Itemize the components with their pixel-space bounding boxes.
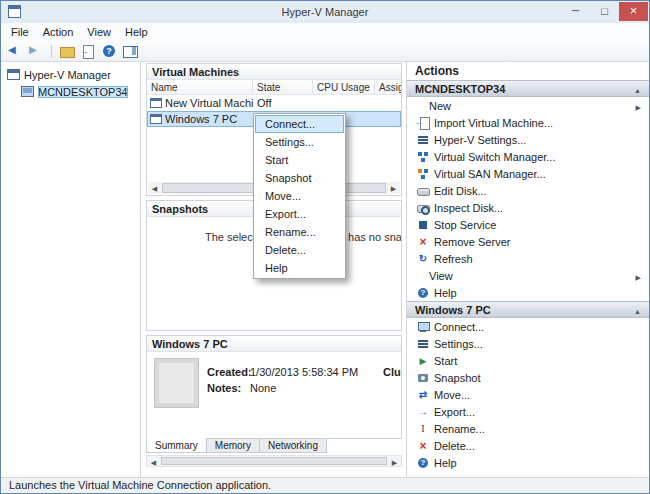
tab-memory[interactable]: Memory (206, 438, 260, 453)
action-stop-service[interactable]: Stop Service (407, 216, 649, 233)
action-start[interactable]: Start (407, 352, 649, 369)
action-help[interactable]: Help (407, 454, 649, 471)
action-label: Hyper-V Settings... (434, 134, 526, 146)
context-menu-settings[interactable]: Settings... (255, 133, 344, 151)
forward-icon[interactable] (28, 44, 44, 59)
action-group-title: Windows 7 PC (415, 304, 491, 316)
action-label: Remove Server (434, 236, 510, 248)
import-icon (417, 117, 429, 129)
export-icon (417, 406, 429, 418)
action-new[interactable]: New (407, 97, 649, 114)
context-menu-move[interactable]: Move... (255, 187, 344, 205)
context-menu-export[interactable]: Export... (255, 205, 344, 223)
menu-action[interactable]: Action (36, 24, 81, 40)
action-view[interactable]: View (407, 267, 649, 284)
action-snapshot[interactable]: Snapshot (407, 369, 649, 386)
hyper-v-manager-window: Hyper-V Manager File Action View Help Hy… (0, 0, 650, 494)
scroll-left-icon[interactable] (148, 182, 161, 194)
menu-help[interactable]: Help (118, 24, 155, 40)
help-icon[interactable] (101, 44, 117, 59)
action-label: New (429, 100, 451, 112)
action-label: Help (434, 287, 457, 299)
vm-name: New Virtual Machine (165, 97, 253, 109)
minimize-icon[interactable] (561, 2, 590, 21)
tab-summary[interactable]: Summary (146, 438, 207, 453)
san-manager-icon (417, 168, 429, 180)
action-group-header-vm[interactable]: Windows 7 PC (407, 301, 649, 318)
vm-details-section: Windows 7 PC Created: 1/30/2013 5:58:34 … (146, 335, 402, 439)
created-value: 1/30/2013 5:58:34 PM (250, 366, 358, 378)
context-menu-help[interactable]: Help (255, 259, 344, 277)
action-move[interactable]: Move... (407, 386, 649, 403)
action-label: View (429, 270, 453, 282)
help-icon (417, 287, 429, 299)
action-import-virtual-machine[interactable]: Import Virtual Machine... (407, 114, 649, 131)
context-menu-snapshot[interactable]: Snapshot (255, 169, 344, 187)
action-label: Move... (434, 389, 470, 401)
rename-icon (417, 423, 429, 435)
context-menu-delete[interactable]: Delete... (255, 241, 344, 259)
action-refresh[interactable]: Refresh (407, 250, 649, 267)
window-controls (561, 2, 648, 21)
collapse-icon[interactable] (634, 302, 641, 320)
action-virtual-san-manager[interactable]: Virtual SAN Manager... (407, 165, 649, 182)
back-icon[interactable] (7, 44, 23, 59)
table-row[interactable]: New Virtual Machine Off (147, 95, 401, 111)
vm-thumbnail (154, 358, 199, 408)
action-help[interactable]: Help (407, 284, 649, 301)
context-menu-start[interactable]: Start (255, 151, 344, 169)
column-state[interactable]: State (253, 80, 313, 94)
action-label: Connect... (434, 321, 484, 333)
collapse-icon[interactable] (634, 81, 641, 99)
action-rename[interactable]: Rename... (407, 420, 649, 437)
action-inspect-disk[interactable]: Inspect Disk... (407, 199, 649, 216)
maximize-icon[interactable] (590, 2, 619, 21)
export-list-icon[interactable] (80, 44, 96, 59)
action-hyper-v-settings[interactable]: Hyper-V Settings... (407, 131, 649, 148)
menu-view[interactable]: View (80, 24, 118, 40)
toolbar (1, 41, 649, 62)
action-edit-disk[interactable]: Edit Disk... (407, 182, 649, 199)
action-group-header-server[interactable]: MCNDESKTOP34 (407, 80, 649, 97)
actions-panel: Actions MCNDESKTOP34 New Import Virtual … (406, 62, 649, 477)
settings-icon (417, 338, 429, 350)
action-connect[interactable]: Connect... (407, 318, 649, 335)
tab-networking[interactable]: Networking (259, 438, 327, 453)
action-settings[interactable]: Settings... (407, 335, 649, 352)
action-label: Stop Service (434, 219, 496, 231)
delete-icon (417, 440, 429, 452)
vm-icon (150, 98, 162, 108)
connect-icon (417, 321, 429, 333)
scroll-left-icon[interactable] (147, 456, 160, 466)
center-horizontal-scrollbar[interactable] (146, 455, 402, 467)
action-export[interactable]: Export... (407, 403, 649, 420)
vm-details-title: Windows 7 PC (147, 336, 401, 352)
scrollbar-thumb[interactable] (161, 457, 387, 465)
server-icon (21, 86, 34, 97)
close-icon[interactable] (619, 2, 648, 21)
scroll-right-icon[interactable] (387, 182, 400, 194)
column-name[interactable]: Name (147, 80, 253, 94)
stop-service-icon (417, 219, 429, 231)
scroll-right-icon[interactable] (388, 456, 401, 466)
column-cpu-usage[interactable]: CPU Usage (313, 80, 375, 94)
show-action-pane-icon[interactable] (122, 44, 138, 59)
context-menu-rename[interactable]: Rename... (255, 223, 344, 241)
action-remove-server[interactable]: Remove Server (407, 233, 649, 250)
inspect-disk-icon (417, 202, 429, 214)
action-virtual-switch-manager[interactable]: Virtual Switch Manager... (407, 148, 649, 165)
virtual-machines-title: Virtual Machines (147, 64, 401, 80)
menu-bar: File Action View Help (1, 23, 649, 41)
action-label: Snapshot (434, 372, 480, 384)
tree-item-hyper-v-manager[interactable]: Hyper-V Manager (1, 66, 140, 83)
tree-item-server[interactable]: MCNDESKTOP34 (1, 83, 140, 100)
action-label: Export... (434, 406, 475, 418)
show-console-tree-icon[interactable] (59, 44, 75, 59)
edit-disk-icon (417, 185, 429, 197)
menu-file[interactable]: File (4, 24, 36, 40)
title-bar[interactable]: Hyper-V Manager (1, 1, 649, 23)
vm-name: Windows 7 PC (165, 113, 253, 125)
action-delete[interactable]: Delete... (407, 437, 649, 454)
context-menu-connect[interactable]: Connect... (255, 115, 344, 133)
column-assigned[interactable]: Assign (375, 80, 401, 94)
